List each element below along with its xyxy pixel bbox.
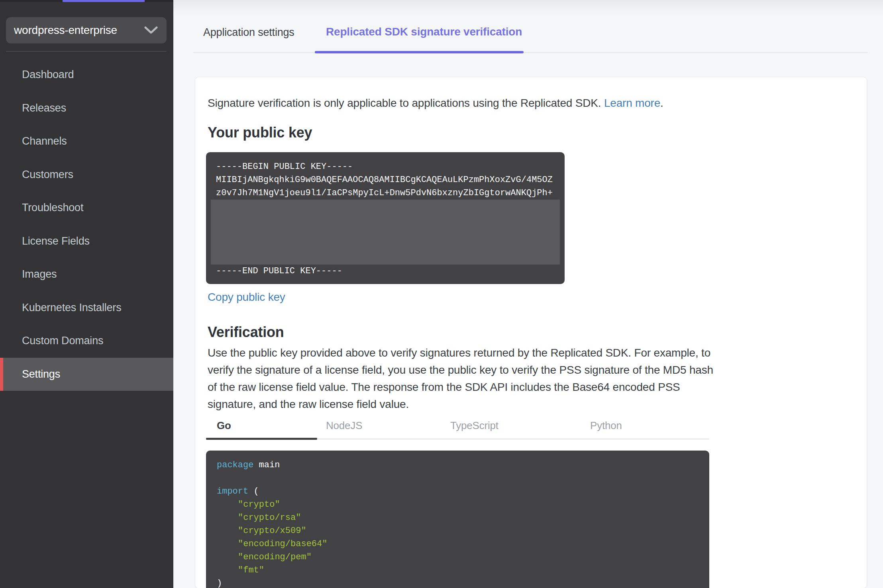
- sidebar-item-label: Images: [22, 268, 57, 280]
- key-redacted-area: [211, 200, 560, 265]
- key-begin-line: -----BEGIN PUBLIC KEY-----: [206, 160, 565, 173]
- active-code-tab-underline: [206, 438, 317, 440]
- code-line: "encoding/pem": [217, 551, 709, 564]
- sidebar-item-label: Troubleshoot: [22, 202, 83, 214]
- settings-card: Signature verification is only applicabl…: [195, 77, 867, 588]
- code-line: import (: [217, 485, 709, 498]
- code-line: "crypto/x509": [217, 524, 709, 537]
- sidebar-item-label: Releases: [22, 102, 66, 114]
- sidebar-item-label: Channels: [22, 135, 67, 147]
- key-line: z0v7Jh7M1NgV1joeu9l1/IaCPsMpyIcL+Dnw5Pdv…: [206, 186, 565, 200]
- public-key-block: -----BEGIN PUBLIC KEY----- MIIBIjANBgkqh…: [206, 152, 565, 284]
- app-selector-dropdown[interactable]: wordpress-enterprise: [6, 17, 167, 43]
- sidebar-item-label: Settings: [22, 368, 60, 380]
- intro-text: Signature verification is only applicabl…: [208, 96, 663, 111]
- sidebar-item-license-fields[interactable]: License Fields: [0, 225, 173, 258]
- intro-sentence: Signature verification is only applicabl…: [208, 97, 604, 109]
- code-line-blank: [217, 472, 709, 485]
- tabbar-divider: [193, 52, 867, 53]
- sidebar-item-label: License Fields: [22, 235, 90, 247]
- code-tab-nodejs[interactable]: NodeJS: [326, 419, 362, 432]
- key-line: MIIBIjANBgkqhkiG9w0BAQEFAAOCAQ8AMIIBCgKC…: [206, 173, 565, 186]
- sidebar-item-label: Dashboard: [22, 69, 74, 81]
- sidebar-item-kubernetes-installers[interactable]: Kubernetes Installers: [0, 291, 173, 325]
- sidebar-item-label: Customers: [22, 169, 73, 181]
- main-top-fade: [173, 0, 883, 14]
- sidebar-item-label: Kubernetes Installers: [22, 302, 121, 314]
- tab-sdk-signature-verification[interactable]: Replicated SDK signature verification: [326, 25, 522, 38]
- verification-heading: Verification: [208, 324, 284, 341]
- app-selector-value: wordpress-enterprise: [14, 24, 117, 37]
- sidebar-item-dashboard[interactable]: Dashboard: [0, 58, 173, 92]
- sidebar: wordpress-enterprise Dashboard Releases …: [0, 2, 173, 588]
- go-code-block: package main import ( "crypto" "crypto/r…: [206, 451, 709, 588]
- key-end-line: -----END PUBLIC KEY-----: [206, 265, 565, 278]
- code-tab-typescript[interactable]: TypeScript: [450, 419, 498, 432]
- chevron-down-icon: [144, 26, 158, 34]
- public-key-heading: Your public key: [208, 124, 312, 141]
- code-line: "fmt": [217, 564, 709, 577]
- sidebar-nav: Dashboard Releases Channels Customers Tr…: [0, 58, 173, 391]
- sidebar-item-label: Custom Domains: [22, 335, 103, 347]
- code-tab-python[interactable]: Python: [590, 419, 622, 432]
- active-tab-underline: [315, 51, 524, 53]
- sidebar-divider: [6, 51, 167, 52]
- learn-more-link[interactable]: Learn more: [604, 97, 660, 109]
- code-line: ): [217, 577, 709, 588]
- code-line: package main: [217, 459, 709, 472]
- code-line: "crypto": [217, 498, 709, 511]
- code-line: "encoding/base64": [217, 537, 709, 551]
- sidebar-item-troubleshoot[interactable]: Troubleshoot: [0, 191, 173, 225]
- intro-suffix: .: [660, 97, 663, 109]
- copy-public-key-link[interactable]: Copy public key: [208, 291, 285, 304]
- sidebar-item-channels[interactable]: Channels: [0, 125, 173, 158]
- sidebar-item-images[interactable]: Images: [0, 258, 173, 291]
- sidebar-item-settings[interactable]: Settings: [0, 358, 173, 391]
- sidebar-item-releases[interactable]: Releases: [0, 92, 173, 125]
- tab-application-settings[interactable]: Application settings: [203, 26, 294, 39]
- code-line: "crypto/rsa": [217, 511, 709, 524]
- sidebar-item-custom-domains[interactable]: Custom Domains: [0, 324, 173, 358]
- sidebar-item-customers[interactable]: Customers: [0, 158, 173, 192]
- verification-description: Use the public key provided above to ver…: [208, 344, 718, 413]
- code-tab-go[interactable]: Go: [217, 419, 231, 432]
